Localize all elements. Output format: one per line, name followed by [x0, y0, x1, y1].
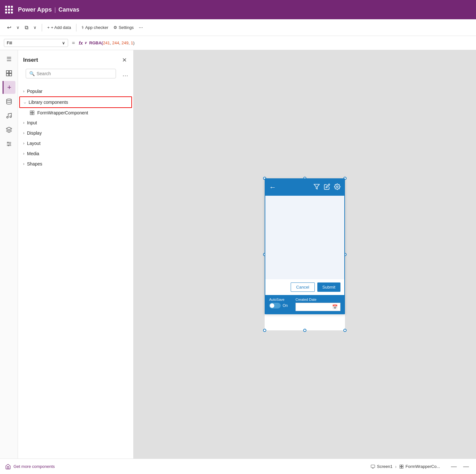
formula-bar: Fill ∨ = fx ∨ RGBA(241, 244, 249, 1) [0, 36, 476, 50]
canvas-area[interactable]: ← [134, 50, 476, 459]
screen-label: Screen1 [377, 464, 392, 469]
copy-icon: ⧉ [25, 25, 28, 31]
svg-marker-7 [6, 127, 12, 130]
add-data-icon: + [47, 25, 50, 30]
popular-label: Popular [27, 89, 42, 94]
insert-item-shapes[interactable]: › Shapes [18, 159, 133, 169]
breadcrumb-screen[interactable]: Screen1 [371, 464, 392, 469]
settings-icon[interactable] [334, 183, 340, 192]
edit-icon[interactable] [324, 183, 330, 192]
get-more-components-button[interactable]: Get more components [5, 464, 55, 470]
insert-item-input[interactable]: › Input [18, 118, 133, 128]
svg-point-13 [8, 145, 9, 146]
copy-button[interactable]: ⧉ [23, 23, 30, 32]
svg-rect-3 [9, 74, 11, 76]
top-bar: Power Apps | Canvas [0, 0, 476, 19]
app-checker-icon: ⚕ [82, 25, 84, 30]
sidebar-item-menu[interactable]: ☰ [3, 53, 15, 66]
sidebar-item-insert[interactable]: + [3, 81, 15, 94]
filter-icon[interactable] [313, 183, 320, 192]
form-header-actions [313, 183, 340, 192]
get-more-label: Get more components [13, 464, 55, 469]
insert-item-media[interactable]: › Media [18, 148, 133, 159]
component-breadcrumb-icon [399, 464, 404, 469]
svg-rect-2 [6, 74, 8, 76]
copy-dropdown-button[interactable]: ∨ [31, 24, 39, 31]
undo-button[interactable]: ↩ [5, 23, 13, 32]
left-sidebar: ☰ + [0, 50, 18, 459]
insert-list: › Popular ⌵ Library components FormWrapp… [18, 86, 133, 459]
sidebar-item-layers[interactable] [3, 67, 15, 80]
svg-rect-17 [32, 113, 34, 115]
insert-panel: Insert ✕ 🔍 ⋯ › Popular ⌵ Library compone… [18, 50, 134, 459]
more-options-button[interactable]: ⋯ [137, 24, 145, 31]
form-footer: Cancel Submit [265, 279, 344, 295]
canvas-white-area [265, 314, 345, 330]
close-button[interactable]: ✕ [121, 55, 128, 65]
chevron-right-icon-2: › [23, 121, 24, 125]
created-date-field: Created Date 📅 [295, 298, 340, 311]
breadcrumb-component[interactable]: FormWrapperCo... [399, 464, 440, 469]
created-date-label: Created Date [295, 298, 340, 301]
sidebar-item-data[interactable] [3, 95, 15, 108]
submit-button[interactable]: Submit [317, 282, 340, 292]
chevron-down-icon: ∨ [16, 25, 20, 30]
toolbar-separator [42, 24, 42, 31]
search-more-button[interactable]: ⋯ [121, 71, 129, 80]
sidebar-item-media[interactable] [3, 109, 15, 122]
svg-rect-1 [9, 71, 11, 73]
settings-button[interactable]: ⚙ Settings [111, 24, 136, 31]
more-icon: ⋯ [139, 25, 143, 30]
form-bottom-bar: AutoSave On Created Date 📅 [265, 295, 344, 314]
formula-equals: = [72, 40, 75, 46]
handle-bot-mid[interactable] [303, 329, 306, 332]
sidebar-item-components[interactable] [3, 123, 15, 136]
component-label: FormWrapperCo... [406, 464, 440, 469]
status-bar-right: Screen1 › FormWrapperCo... — — [371, 462, 471, 470]
shapes-label: Shapes [27, 161, 42, 166]
screen-icon [371, 464, 375, 469]
property-selector[interactable]: Fill ∨ [4, 39, 68, 47]
zoom-in-button[interactable]: — [461, 462, 471, 470]
breadcrumb-separator: › [395, 464, 397, 469]
back-icon[interactable]: ← [269, 183, 276, 192]
svg-rect-0 [6, 71, 8, 73]
add-data-button[interactable]: + + Add data [45, 24, 73, 31]
waffle-icon[interactable] [5, 6, 13, 13]
chevron-right-icon-3: › [23, 131, 24, 135]
insert-item-layout[interactable]: › Layout [18, 138, 133, 148]
form-wrapper-component[interactable]: ← [265, 178, 345, 314]
undo-dropdown-button[interactable]: ∨ [14, 24, 22, 31]
svg-marker-18 [314, 184, 320, 189]
form-header: ← [265, 179, 344, 196]
component-icon [30, 110, 35, 115]
zoom-out-button[interactable]: — [449, 462, 459, 470]
insert-item-display[interactable]: › Display [18, 128, 133, 138]
undo-icon: ↩ [7, 24, 11, 31]
insert-panel-title: Insert [23, 57, 38, 63]
sidebar-item-controls[interactable] [3, 138, 15, 150]
autosave-toggle[interactable] [269, 303, 281, 309]
status-bar: Get more components Screen1 › FormWrappe… [0, 459, 476, 474]
search-input[interactable] [37, 71, 112, 76]
autosave-label: AutoSave [269, 298, 288, 301]
date-input[interactable]: 📅 [295, 303, 340, 311]
rgba-r: 241 [103, 40, 110, 45]
formula-fx: fx ∨ [79, 40, 86, 46]
formwrapper-label: FormWrapperComponent [37, 110, 88, 115]
handle-bot-left[interactable] [263, 329, 266, 332]
cancel-button[interactable]: Cancel [291, 282, 314, 292]
chevron-right-icon: › [23, 89, 24, 94]
display-label: Display [27, 130, 42, 136]
zoom-controls: — — [449, 462, 471, 470]
app-checker-button[interactable]: ⚕ App checker [80, 24, 110, 31]
chevron-right-icon-5: › [23, 151, 24, 156]
insert-item-library[interactable]: ⌵ Library components [19, 96, 132, 108]
insert-item-popular[interactable]: › Popular [18, 86, 133, 96]
svg-rect-14 [30, 111, 32, 112]
app-product: Canvas [58, 6, 79, 13]
insert-subitem-formwrapper[interactable]: FormWrapperComponent [18, 108, 133, 118]
library-label: Library components [29, 100, 68, 105]
handle-bot-right[interactable] [343, 329, 347, 332]
formula-content[interactable]: RGBA(241, 244, 249, 1) [89, 40, 135, 45]
